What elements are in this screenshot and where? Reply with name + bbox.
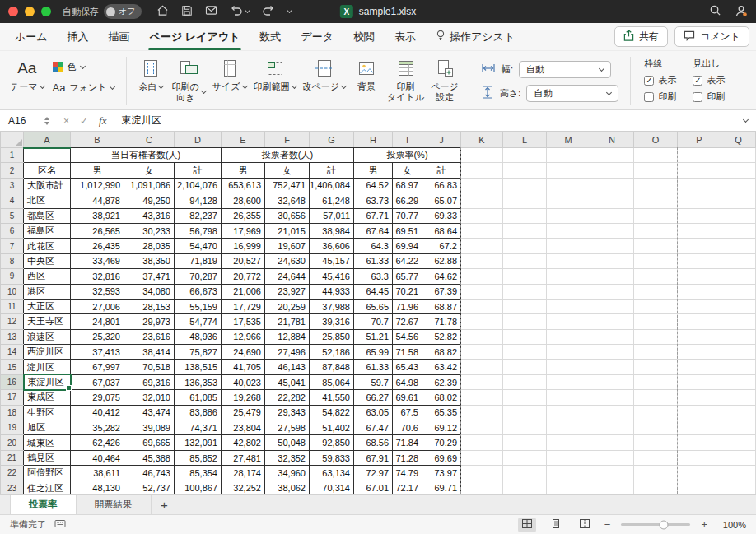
zoom-out-button[interactable]: − [604,518,611,531]
column-header-D[interactable]: D [175,132,222,148]
row-header-1[interactable]: 1 [1,148,24,163]
row-header-18[interactable]: 18 [1,405,24,420]
cell[interactable] [634,148,678,163]
cell[interactable] [721,360,756,374]
cell[interactable]: 82,237 [175,208,222,223]
cell[interactable]: 68.97 [393,178,422,193]
cell[interactable] [590,420,634,435]
cell[interactable]: 計 [175,163,222,178]
cell[interactable]: 63.73 [354,193,393,208]
row-header-14[interactable]: 14 [1,345,24,360]
cell[interactable]: 27,496 [265,345,310,360]
cell[interactable]: 68.82 [422,345,461,360]
cell[interactable] [547,253,590,268]
selected-cell[interactable]: 東淀川区 [24,374,71,389]
tab-home[interactable]: ホーム [5,23,58,50]
cell[interactable]: 63.3 [354,269,393,284]
cell[interactable]: 57,011 [310,208,354,223]
themes-button[interactable]: Aa テーマ [7,55,48,94]
cell[interactable]: 37,471 [124,269,175,284]
cell[interactable] [678,314,721,329]
cell[interactable]: 73.97 [422,466,461,481]
cell[interactable] [678,269,721,284]
cell[interactable]: 21,006 [222,284,265,299]
cell[interactable]: 69.12 [422,420,461,435]
cell[interactable]: 27,006 [71,299,124,313]
cell[interactable] [503,253,547,268]
cell[interactable] [461,163,503,178]
cell[interactable]: 70.7 [354,314,393,329]
cell[interactable]: 25,479 [222,405,265,420]
cell[interactable]: 69.94 [393,239,422,253]
print-area-button[interactable]: 印刷範囲 [250,55,300,94]
cell[interactable]: 44,878 [71,193,124,208]
cell[interactable]: 85,064 [310,374,354,389]
cell[interactable] [461,435,503,450]
cell[interactable] [634,284,678,299]
cell[interactable]: 63.42 [422,360,461,374]
cell[interactable]: 138,515 [175,360,222,374]
cell[interactable]: 62.88 [422,253,461,268]
cell[interactable] [634,405,678,420]
column-header-P[interactable]: P [678,132,721,148]
row-header-23[interactable]: 23 [1,481,24,494]
cell[interactable] [503,405,547,420]
cell[interactable] [547,405,590,420]
cell[interactable] [547,239,590,253]
cell[interactable]: 男 [222,163,265,178]
expand-formula-bar-button[interactable] [735,110,756,131]
cell[interactable]: 100,867 [175,481,222,494]
cell[interactable]: 当日有権者数(人) [71,148,222,163]
cell[interactable]: 16,999 [222,239,265,253]
cell[interactable]: 淀川区 [24,360,71,374]
cell[interactable]: 38,350 [124,253,175,268]
cell[interactable]: 41,705 [222,360,265,374]
cell[interactable]: 62,426 [71,435,124,450]
cell[interactable]: 12,884 [265,329,310,344]
cell[interactable]: 24,644 [265,269,310,284]
cell[interactable]: 阿倍野区 [24,466,71,481]
cell[interactable] [503,390,547,405]
cell[interactable] [678,299,721,313]
cell[interactable]: 30,233 [124,223,175,238]
cell[interactable]: 区名 [24,163,71,178]
normal-view-button[interactable] [518,518,536,532]
cell[interactable]: 男 [354,163,393,178]
cell[interactable] [590,390,634,405]
cell[interactable] [721,314,756,329]
row-header-11[interactable]: 11 [1,299,24,313]
cell[interactable] [678,253,721,268]
cell[interactable]: 64.62 [422,269,461,284]
row-header-20[interactable]: 20 [1,435,24,450]
cell[interactable]: 34,960 [265,466,310,481]
redo-icon[interactable] [262,5,275,19]
cell[interactable] [634,360,678,374]
cell[interactable]: 72.17 [393,481,422,494]
cell[interactable]: 43,474 [124,405,175,420]
cell[interactable] [547,345,590,360]
cell[interactable]: 70.21 [393,284,422,299]
cell[interactable] [461,284,503,299]
cell[interactable] [721,208,756,223]
theme-colors-button[interactable]: 色 [49,60,119,74]
cell[interactable]: 653,613 [222,178,265,193]
row-header-2[interactable]: 2 [1,163,24,178]
tab-draw[interactable]: 描画 [99,23,140,50]
cell[interactable] [590,178,634,193]
cell[interactable]: 69,665 [124,435,175,450]
cell[interactable]: 鶴見区 [24,450,71,465]
cell[interactable]: 42,802 [222,435,265,450]
cell[interactable]: 33,469 [71,253,124,268]
cell[interactable] [721,253,756,268]
cell[interactable]: 17,535 [222,314,265,329]
cell[interactable]: 64.98 [393,374,422,389]
cell[interactable] [634,193,678,208]
cell[interactable] [461,466,503,481]
cell[interactable]: 37,988 [310,299,354,313]
cell[interactable]: 71.58 [393,345,422,360]
autosave-toggle[interactable]: 自動保存 オフ [63,4,142,19]
cell[interactable] [721,193,756,208]
tab-view[interactable]: 表示 [385,23,426,50]
gridlines-print-checkbox[interactable] [644,92,654,102]
cell[interactable] [503,148,547,163]
